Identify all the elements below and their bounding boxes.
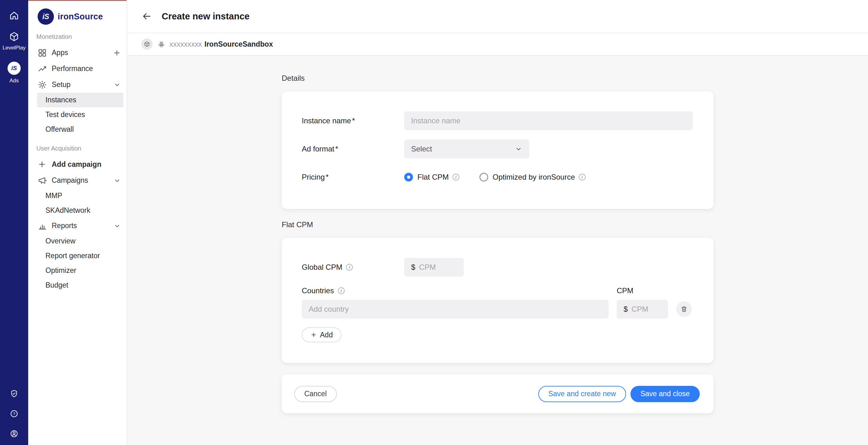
flat-cpm-radio-option[interactable]: Flat CPM i [404, 173, 459, 181]
add-country-field[interactable] [302, 300, 609, 318]
home-icon [9, 11, 19, 21]
optimized-radio-option[interactable]: Optimized by ironSource i [479, 173, 586, 181]
sidebar-item-add-campaign[interactable]: Add campaign [28, 157, 127, 172]
sidebar-item-skadnetwork[interactable]: SKAdNetwork [37, 203, 123, 218]
details-section-title: Details [282, 74, 714, 82]
sidebar-item-performance[interactable]: Performance [28, 61, 127, 77]
save-and-create-new-button[interactable]: Save and create new [538, 386, 626, 402]
bar-chart-icon [38, 221, 47, 231]
sidebar-campaigns-label: Campaigns [52, 176, 88, 185]
global-cpm-field[interactable]: $ [404, 258, 464, 277]
sidebar-item-budget[interactable]: Budget [37, 278, 123, 293]
required-mark: * [352, 116, 355, 125]
currency-symbol: $ [411, 263, 415, 272]
info-icon[interactable]: i [453, 174, 459, 180]
pricing-radio-group: Flat CPM i Optimized by ironSource i [404, 173, 606, 181]
sidebar-performance-label: Performance [52, 65, 93, 73]
radio-unchecked-icon[interactable] [479, 173, 488, 181]
rail-item-levelplay[interactable]: LevelPlay [2, 31, 26, 51]
instance-name-input[interactable] [411, 116, 686, 125]
sidebar-item-setup[interactable]: Setup [28, 77, 127, 93]
sidebar-item-campaigns[interactable]: Campaigns [28, 172, 127, 189]
app-id: xxxxxxxxx [169, 40, 202, 48]
cancel-button[interactable]: Cancel [294, 386, 337, 402]
rail-item-ads[interactable]: iS Ads [7, 62, 21, 84]
brand-name: ironSource [58, 12, 103, 22]
line-chart-icon [38, 64, 47, 73]
rail-item-privacy[interactable] [10, 389, 19, 398]
ads-is-icon: iS [7, 62, 21, 75]
add-country-input[interactable] [309, 305, 602, 314]
chevron-down-icon [114, 222, 121, 230]
add-country-row-button[interactable]: Add [302, 327, 342, 342]
country-cpm-input[interactable] [631, 305, 661, 314]
section-label-user-acquisition: User Acquisition [28, 145, 127, 152]
global-cpm-row: Global CPM i $ [302, 258, 693, 277]
info-icon[interactable]: i [579, 174, 586, 180]
sidebar-item-reports[interactable]: Reports [28, 218, 127, 234]
add-button-label: Add [320, 331, 333, 339]
grid-icon [38, 48, 47, 58]
instance-name-field[interactable] [404, 111, 693, 130]
sidebar-item-apps[interactable]: Apps [28, 45, 127, 61]
app-cube-icon [141, 38, 153, 50]
window-top-accent [28, 0, 127, 1]
actions-card: Cancel Save and create new Save and clos… [282, 374, 714, 413]
info-icon[interactable]: i [346, 264, 353, 271]
rail-item-home[interactable] [9, 11, 19, 21]
info-icon[interactable]: i [338, 287, 345, 294]
flat-cpm-option-label: Flat CPM [417, 173, 449, 181]
sidebar-item-overview[interactable]: Overview [37, 234, 123, 248]
page-header: Create new instance [127, 0, 868, 33]
app-context-bar: xxxxxxxxxIronSourceSandbox [127, 33, 868, 56]
flat-cpm-section-title: Flat CPM [282, 220, 714, 229]
sidebar-item-report-generator[interactable]: Report generator [37, 248, 123, 263]
rail-ads-label: Ads [9, 78, 19, 84]
sidebar-item-instances[interactable]: Instances [37, 93, 123, 107]
shield-icon [10, 389, 19, 398]
rail-bottom-group: ? [10, 389, 19, 438]
radio-checked-icon[interactable] [404, 173, 413, 181]
chevron-down-icon [114, 81, 121, 89]
pricing-label: Pricing* [302, 173, 404, 181]
sidebar-setup-label: Setup [52, 80, 70, 89]
plus-icon [311, 332, 317, 338]
app-name: IronSourceSandbox [205, 40, 273, 48]
country-cpm-field[interactable]: $ [617, 300, 668, 318]
sidebar-item-offerwall[interactable]: Offerwall [37, 122, 123, 137]
flat-cpm-card: Global CPM i $ Countries i CPM [282, 238, 714, 363]
save-and-close-button[interactable]: Save and close [630, 386, 700, 402]
chevron-down-icon [515, 145, 522, 153]
add-app-icon[interactable] [113, 49, 121, 57]
app-identifier: xxxxxxxxxIronSourceSandbox [169, 40, 273, 48]
levelplay-cube-icon [9, 31, 20, 42]
android-icon [158, 40, 165, 48]
main-area: Create new instance xxxxxxxxxIronSourceS… [127, 0, 868, 445]
brand[interactable]: iS ironSource [28, 8, 127, 25]
cpm-column-label: CPM [617, 286, 668, 295]
rail-item-help[interactable]: ? [10, 409, 19, 418]
sidebar-item-optimizer[interactable]: Optimizer [37, 263, 123, 278]
sidebar-mmp-label: MMP [45, 192, 62, 200]
page-title: Create new instance [162, 11, 249, 22]
sidebar-apps-label: Apps [52, 48, 68, 57]
ad-format-select[interactable]: Select [404, 140, 529, 158]
sidebar-instances-label: Instances [45, 96, 76, 104]
content-scroll[interactable]: Details Instance name* Ad format* Sele [127, 56, 868, 445]
delete-row-button[interactable] [676, 301, 692, 317]
optimized-option-label: Optimized by ironSource [493, 173, 575, 181]
sidebar-budget-label: Budget [45, 281, 68, 289]
trash-icon [680, 305, 688, 313]
sidebar-reports-label: Reports [52, 221, 77, 230]
sidebar-item-mmp[interactable]: MMP [37, 189, 123, 203]
back-button[interactable] [140, 9, 154, 23]
sidebar-skadnetwork-label: SKAdNetwork [45, 206, 90, 215]
global-cpm-input[interactable] [419, 263, 457, 272]
ironsource-logo-icon: iS [38, 8, 54, 25]
rail-item-account[interactable] [10, 430, 19, 438]
instance-form: Details Instance name* Ad format* Sele [282, 56, 714, 432]
gear-icon [38, 80, 47, 90]
instance-name-label: Instance name* [302, 116, 404, 125]
sidebar-item-test-devices[interactable]: Test devices [37, 107, 123, 122]
currency-symbol: $ [624, 305, 628, 314]
